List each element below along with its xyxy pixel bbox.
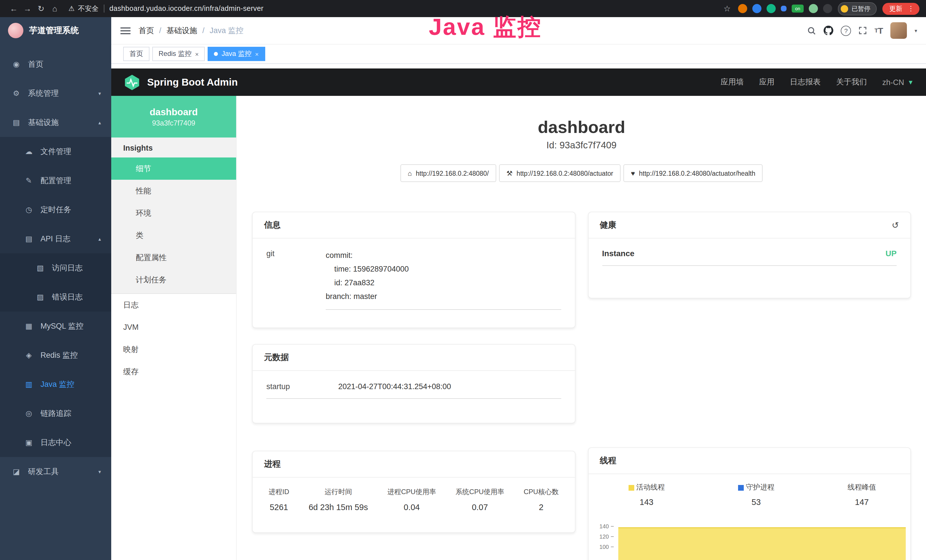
process-col: 进程ID 5261 <box>269 487 289 512</box>
sba-item-config-props[interactable]: 配置属性 <box>111 247 236 269</box>
close-icon[interactable]: × <box>255 50 259 58</box>
sidebar-item-tracing[interactable]: ◎ 链路追踪 <box>0 399 111 428</box>
sidebar-item-label: 文件管理 <box>41 146 71 157</box>
sidebar-item-mysql-monitor[interactable]: ▦ MySQL 监控 <box>0 312 111 341</box>
reload-icon[interactable]: ↻ <box>34 4 48 13</box>
back-icon[interactable]: ← <box>7 4 21 13</box>
health-url-button[interactable]: ♥ http://192.168.0.2:48080/actuator/heal… <box>623 164 763 182</box>
sba-logo-icon[interactable] <box>124 74 140 91</box>
chevron-up-icon: ▴ <box>98 120 101 125</box>
instance-header[interactable]: dashboard 93a3fc7f7409 <box>111 96 236 138</box>
app-title: 芋道管理系统 <box>29 25 79 36</box>
profile-paused-badge[interactable]: 已暂停 <box>838 2 877 15</box>
browser-menu-icon[interactable]: ⋮ <box>908 5 914 12</box>
insights-label: Insights <box>111 138 236 157</box>
error-log-icon: ▨ <box>35 293 45 301</box>
infrastructure-submenu: ☁ 文件管理 ✎ 配置管理 ◷ 定时任务 ▤ API 日志 ▴ <box>0 137 111 457</box>
collapse-sidebar-icon[interactable] <box>120 27 131 34</box>
sba-item-environment[interactable]: 环境 <box>111 202 236 224</box>
extension-icon-blue-drop[interactable] <box>752 4 761 13</box>
java-monitor-icon: ▥ <box>24 380 34 389</box>
search-icon[interactable] <box>807 24 816 37</box>
wrench-icon: ⚒ <box>507 169 513 177</box>
chevron-down-icon: ▼ <box>908 79 914 86</box>
sba-brand[interactable]: Spring Boot Admin <box>147 76 238 88</box>
sba-item-jvm[interactable]: JVM <box>111 316 236 338</box>
process-card-title: 进程 <box>264 459 281 469</box>
trace-icon: ◎ <box>24 409 34 418</box>
tab-home[interactable]: 首页 <box>123 47 150 61</box>
locale-select[interactable]: zh-CN ▼ <box>882 78 914 86</box>
breadcrumb-home[interactable]: 首页 <box>139 26 154 36</box>
process-col: 系统CPU使用率 0.07 <box>455 487 504 512</box>
actuator-url-button[interactable]: ⚒ http://192.168.0.2:48080/actuator <box>499 164 620 182</box>
sidebar-item-redis-monitor[interactable]: ◈ Redis 监控 <box>0 341 111 370</box>
heartbeat-icon: ♥ <box>631 169 635 177</box>
page-content: Spring Boot Admin 应用墙 应用 日志报表 关于我们 zh-CN… <box>111 64 926 560</box>
user-avatar[interactable] <box>891 22 907 39</box>
tab-java-monitor[interactable]: Java 监控 × <box>208 47 265 61</box>
sidebar-item-error-logs[interactable]: ▨ 错误日志 <box>0 282 111 312</box>
metadata-key: startup <box>266 382 338 391</box>
extension-icon-green-leaf[interactable] <box>809 4 818 13</box>
forward-icon[interactable]: → <box>21 4 34 13</box>
breadcrumb-infrastructure[interactable]: 基础设施 <box>166 26 197 36</box>
sidebar-item-access-logs[interactable]: ▧ 访问日志 <box>0 253 111 282</box>
close-icon[interactable]: × <box>195 50 199 58</box>
sidebar-item-api-logs[interactable]: ▤ API 日志 ▴ <box>0 224 111 253</box>
sidebar-item-file-mgmt[interactable]: ☁ 文件管理 <box>0 137 111 166</box>
metadata-card: 元数据 startup 2021-04-27T00:44:31.254+08:0… <box>252 344 575 423</box>
sba-item-scheduled-tasks[interactable]: 计划任务 <box>111 269 236 291</box>
extension-icon-dark[interactable] <box>823 4 832 13</box>
info-card: 信息 git commit: time: 1596289704000 id: 2… <box>252 212 575 328</box>
site-security[interactable]: ⚠ 不安全 <box>68 4 99 14</box>
threads-card: 线程 活动线程 143 守护进程 <box>588 447 911 560</box>
address-bar[interactable]: dashboard.yudao.iocoder.cn/infra/admin-s… <box>109 5 264 12</box>
metadata-value: 2021-04-27T00:44:31.254+08:00 <box>338 382 451 391</box>
sidebar-item-infrastructure[interactable]: ▤ 基础设施 ▴ <box>0 108 111 137</box>
process-card: 进程 进程ID 5261 运行时间 <box>252 451 575 533</box>
sidebar-item-system-mgmt[interactable]: ⚙ 系统管理 ▾ <box>0 79 111 108</box>
tab-redis-monitor[interactable]: Redis 监控 × <box>152 47 205 61</box>
bookmark-star-icon[interactable]: ☆ <box>723 4 731 13</box>
info-card-title: 信息 <box>264 219 281 230</box>
extension-icon-green-circle[interactable] <box>767 4 776 13</box>
sidebar-item-cron-jobs[interactable]: ◷ 定时任务 <box>0 195 111 224</box>
insights-group: Insights 细节 性能 环境 类 配置属性 计划任务 <box>111 138 236 294</box>
extension-icon-orange[interactable] <box>738 4 747 13</box>
sidebar-item-java-monitor[interactable]: ▥ Java 监控 <box>0 370 111 399</box>
instance-url-button[interactable]: ⌂ http://192.168.0.2:48080/ <box>400 164 496 182</box>
mysql-icon: ▦ <box>24 322 34 330</box>
fullscreen-icon[interactable] <box>858 24 867 37</box>
sba-item-logs[interactable]: 日志 <box>111 294 236 316</box>
sidebar-item-label: Redis 监控 <box>41 350 78 360</box>
sba-nav-wall[interactable]: 应用墙 <box>721 77 744 87</box>
sba-nav-log-report[interactable]: 日志报表 <box>790 77 821 87</box>
sba-item-metrics[interactable]: 性能 <box>111 180 236 202</box>
sba-item-mappings[interactable]: 映射 <box>111 338 236 360</box>
font-size-icon[interactable]: TT <box>875 24 883 37</box>
dashboard-icon: ◉ <box>11 60 21 68</box>
sidebar-item-config-mgmt[interactable]: ✎ 配置管理 <box>0 166 111 195</box>
sidebar-item-label: 研发工具 <box>28 466 59 477</box>
sba-item-classes[interactable]: 类 <box>111 224 236 247</box>
extension-icon-blue-grid[interactable] <box>781 6 787 11</box>
app-logo[interactable]: 芋道管理系统 <box>0 17 111 44</box>
help-icon[interactable]: ? <box>841 24 851 37</box>
home-icon[interactable]: ⌂ <box>48 4 62 13</box>
main-sidebar: 芋道管理系统 ◉ 首页 ⚙ 系统管理 ▾ ▤ 基础设施 ▴ <box>0 17 111 560</box>
sidebar-item-dev-tools[interactable]: ◪ 研发工具 ▾ <box>0 457 111 486</box>
github-icon[interactable] <box>824 24 833 37</box>
process-col: 进程CPU使用率 0.04 <box>387 487 436 512</box>
sba-item-details[interactable]: 细节 <box>111 157 236 180</box>
sidebar-item-log-center[interactable]: ▣ 日志中心 <box>0 428 111 457</box>
extension-on-badge[interactable]: on <box>792 5 803 12</box>
sba-nav-applications[interactable]: 应用 <box>759 77 775 87</box>
history-icon[interactable]: ↺ <box>892 220 899 230</box>
instance-title: dashboard <box>252 118 911 137</box>
avatar-caret-icon[interactable]: ▾ <box>915 28 917 33</box>
sba-item-caches[interactable]: 缓存 <box>111 360 236 383</box>
sba-nav-about[interactable]: 关于我们 <box>836 77 867 87</box>
sidebar-item-home[interactable]: ◉ 首页 <box>0 50 111 79</box>
chrome-update-button[interactable]: 更新 ⋮ <box>882 3 920 15</box>
